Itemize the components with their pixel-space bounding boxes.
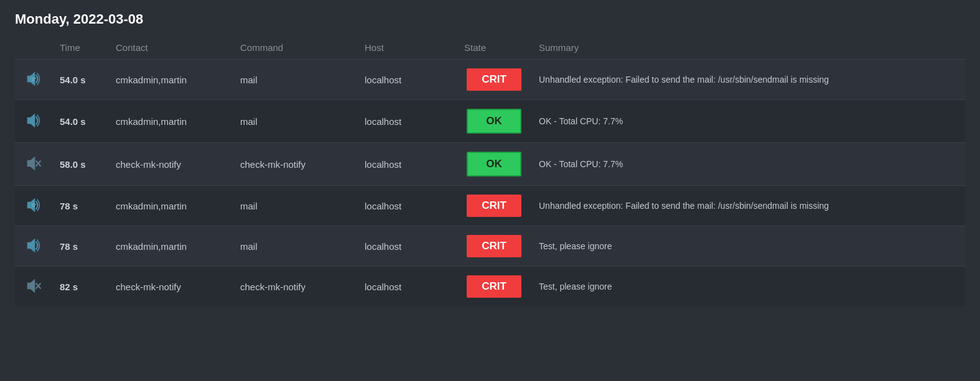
summary-cell: Test, please ignore xyxy=(531,267,965,307)
notification-icon-cell xyxy=(15,143,52,186)
state-badge: CRIT xyxy=(467,68,521,91)
state-badge: CRIT xyxy=(467,195,521,217)
svg-rect-4 xyxy=(32,204,36,205)
svg-rect-1 xyxy=(32,80,35,81)
state-badge: OK xyxy=(467,109,521,134)
contact-cell: cmkadmin,martin xyxy=(108,186,233,226)
command-cell: mail xyxy=(233,226,357,267)
notification-icon-cell xyxy=(15,226,52,267)
contact-cell: check-mk-notify xyxy=(108,143,233,186)
summary-cell: Unhandled exception: Failed to send the … xyxy=(531,60,965,100)
table-header-row: Time Contact Command Host State Summary xyxy=(15,39,965,60)
host-cell: localhost xyxy=(357,143,457,186)
table-row: 78 s cmkadmin,martin mail localhost CRIT… xyxy=(15,226,965,267)
host-cell: localhost xyxy=(357,100,457,143)
svg-rect-0 xyxy=(32,78,36,79)
time-cell: 82 s xyxy=(52,267,108,307)
col-header-time: Time xyxy=(52,39,108,60)
table-row: 82 s check-mk-notify check-mk-notify loc… xyxy=(15,267,965,307)
notification-icon-cell xyxy=(15,100,52,143)
contact-cell: cmkadmin,martin xyxy=(108,226,233,267)
contact-cell: cmkadmin,martin xyxy=(108,100,233,143)
sound-icon xyxy=(24,154,44,173)
table-row: 78 s cmkadmin,martin mail localhost CRIT… xyxy=(15,186,965,226)
notification-icon-cell xyxy=(15,60,52,100)
summary-cell: OK - Total CPU: 7.7% xyxy=(531,100,965,143)
host-cell: localhost xyxy=(357,226,457,267)
contact-cell: cmkadmin,martin xyxy=(108,60,233,100)
col-header-command: Command xyxy=(233,39,357,60)
state-cell: CRIT xyxy=(457,226,531,267)
time-cell: 54.0 s xyxy=(52,100,108,143)
state-cell: CRIT xyxy=(457,186,531,226)
summary-cell: Test, please ignore xyxy=(531,226,965,267)
command-cell: mail xyxy=(233,186,357,226)
state-cell: OK xyxy=(457,143,531,186)
col-header-host: Host xyxy=(357,39,457,60)
host-cell: localhost xyxy=(357,186,457,226)
command-cell: mail xyxy=(233,100,357,143)
table-row: 58.0 s check-mk-notify check-mk-notify l… xyxy=(15,143,965,186)
col-header-contact: Contact xyxy=(108,39,233,60)
sound-icon xyxy=(24,195,44,215)
notification-icon-cell xyxy=(15,267,52,307)
col-header-summary: Summary xyxy=(531,39,965,60)
time-cell: 58.0 s xyxy=(52,143,108,186)
table-row: 54.0 s cmkadmin,martin mail localhost CR… xyxy=(15,60,965,100)
state-badge: CRIT xyxy=(467,275,521,298)
table-row: 54.0 s cmkadmin,martin mail localhost OK… xyxy=(15,100,965,143)
contact-cell: check-mk-notify xyxy=(108,267,233,307)
state-cell: CRIT xyxy=(457,267,531,307)
sound-icon xyxy=(24,69,44,89)
summary-cell: OK - Total CPU: 7.7% xyxy=(531,143,965,186)
sound-icon xyxy=(24,236,44,255)
col-header-icon xyxy=(15,39,52,60)
host-cell: localhost xyxy=(357,60,457,100)
state-badge: CRIT xyxy=(467,235,521,257)
time-cell: 78 s xyxy=(52,226,108,267)
sound-icon xyxy=(24,276,44,296)
state-badge: OK xyxy=(467,152,521,177)
command-cell: mail xyxy=(233,60,357,100)
notifications-table: Time Contact Command Host State Summary xyxy=(15,39,965,306)
command-cell: check-mk-notify xyxy=(233,267,357,307)
sound-icon xyxy=(24,111,44,131)
svg-rect-5 xyxy=(32,206,35,207)
page-title: Monday, 2022-03-08 xyxy=(15,11,965,27)
main-container: Monday, 2022-03-08 Time Contact Command … xyxy=(0,0,980,321)
notification-icon-cell xyxy=(15,186,52,226)
time-cell: 78 s xyxy=(52,186,108,226)
host-cell: localhost xyxy=(357,267,457,307)
state-cell: OK xyxy=(457,100,531,143)
col-header-state: State xyxy=(457,39,531,60)
time-cell: 54.0 s xyxy=(52,60,108,100)
summary-cell: Unhandled exception: Failed to send the … xyxy=(531,186,965,226)
state-cell: CRIT xyxy=(457,60,531,100)
command-cell: check-mk-notify xyxy=(233,143,357,186)
